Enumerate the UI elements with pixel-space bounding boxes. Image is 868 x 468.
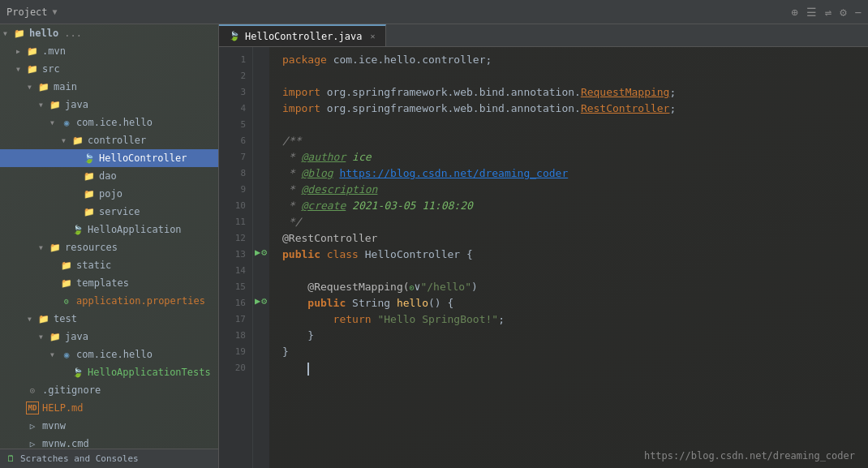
sidebar-item-java[interactable]: ▼ 📁 java (0, 96, 218, 114)
sidebar-item-dao[interactable]: 📁 dao (0, 167, 218, 185)
sidebar-item-java-test[interactable]: ▼ 📁 java (0, 328, 218, 346)
settings-icon[interactable]: ⚙ (840, 6, 846, 19)
test-arrow: ▼ (28, 316, 37, 323)
dao-label: dao (99, 170, 117, 182)
split-icon[interactable]: ⇌ (825, 6, 831, 19)
ln-5: 5 (219, 117, 252, 133)
ln-6: 6 (219, 133, 252, 149)
sidebar-item-hello-app[interactable]: 🍃 HelloApplication (0, 221, 218, 238)
sidebar-item-pkg-test[interactable]: ▼ ◉ com.ice.hello (0, 346, 218, 363)
java-arrow: ▼ (39, 101, 49, 109)
project-label[interactable]: Project (6, 6, 48, 18)
java2-label: java (65, 331, 88, 342)
sidebar-item-service[interactable]: 📁 service (0, 203, 218, 221)
mwc-icon: ▷ (26, 437, 39, 449)
ln-16: 16 (219, 295, 252, 311)
code-line-6: /** (282, 133, 855, 149)
ln-7: 7 (219, 149, 252, 165)
ln-17: 17 (219, 311, 252, 328)
sidebar-item-comicehello[interactable]: ▼ ◉ com.ice.hello (0, 114, 218, 131)
tab-label: HelloController.java (245, 31, 363, 42)
sidebar-item-src[interactable]: ▼ 📁 src (0, 60, 218, 78)
minimize-icon[interactable]: − (855, 6, 862, 19)
ha-spring-icon: 🍃 (71, 223, 84, 236)
sidebar-item-test[interactable]: ▼ 📁 test (0, 310, 218, 328)
editor-area: 🍃 HelloController.java ✕ 1 2 3 4 5 6 7 8… (219, 24, 868, 468)
main-arrow: ▼ (28, 84, 37, 91)
hm-label: HELP.md (42, 402, 84, 414)
pojo-icon: 📁 (83, 187, 96, 200)
mvn-label: .mvn (42, 45, 66, 57)
sidebar-item-controller[interactable]: ▼ 📁 controller (0, 131, 218, 149)
hc-spring-icon: 🍃 (83, 152, 96, 165)
code-line-1: package com.ice.hello.controller; (282, 52, 855, 68)
scratches-label: Scratches and Consoles (20, 453, 139, 464)
main-area: ▼ 📁 hello ... ▶ 📁 .mvn ▼ 📁 src ▼ 📁 main (0, 24, 868, 468)
package-icon: ◉ (60, 116, 73, 129)
sidebar-item-gitignore[interactable]: ⊙ .gitignore (0, 381, 218, 399)
sidebar-item-appprops[interactable]: ⚙ application.properties (0, 292, 218, 310)
code-line-8: * @blog https://blog.csdn.net/dreaming_c… (282, 165, 855, 182)
tab-hello-controller[interactable]: 🍃 HelloController.java ✕ (219, 24, 386, 46)
hm-icon: MD (26, 401, 39, 414)
code-line-19: } (282, 344, 855, 360)
sidebar-item-pojo[interactable]: 📁 pojo (0, 185, 218, 203)
sidebar: ▼ 📁 hello ... ▶ 📁 .mvn ▼ 📁 src ▼ 📁 main (0, 24, 219, 468)
code-lines[interactable]: package com.ice.hello.controller; import… (269, 47, 868, 468)
ln-4: 4 (219, 101, 252, 117)
sidebar-content[interactable]: ▼ 📁 hello ... ▶ 📁 .mvn ▼ 📁 src ▼ 📁 main (0, 24, 218, 449)
tmpl-label: templates (76, 277, 129, 289)
sidebar-item-mvn[interactable]: ▶ 📁 .mvn (0, 42, 218, 60)
gutter-run-13[interactable]: ▶ (255, 247, 260, 258)
editor-content[interactable]: 1 2 3 4 5 6 7 8 9 10 11 12 13 14 15 16 1… (219, 47, 868, 468)
gutter-bean-16[interactable]: ⚙ (261, 295, 267, 307)
code-line-2 (282, 68, 855, 84)
ln-15: 15 (219, 279, 252, 295)
ap-icon: ⚙ (60, 294, 73, 307)
title-bar: Project ▼ ⊕ ☰ ⇌ ⚙ − (0, 0, 868, 24)
ln-8: 8 (219, 165, 252, 182)
controller-icon: 📁 (71, 134, 84, 147)
sidebar-item-static[interactable]: 📁 static (0, 256, 218, 274)
code-line-7: * @author ice (282, 149, 855, 165)
java-label: java (65, 99, 88, 110)
src-arrow: ▼ (16, 66, 26, 73)
code-line-3: import org.springframework.web.bind.anno… (282, 84, 855, 101)
gutter-bean-13[interactable]: ⚙ (261, 247, 267, 258)
ap-label: application.properties (76, 295, 205, 307)
code-line-16: public String hello() { (282, 295, 855, 311)
svc-icon: 📁 (83, 205, 96, 218)
gutter-area: ▶ ⚙ ▶ ⚙ (253, 47, 269, 468)
gi-label: .gitignore (42, 384, 101, 396)
test-icon: 📁 (37, 312, 50, 325)
sidebar-item-app-tests[interactable]: 🍃 HelloApplicationTests (0, 363, 218, 381)
sidebar-item-main[interactable]: ▼ 📁 main (0, 78, 218, 96)
sidebar-item-resources[interactable]: ▼ 📁 resources (0, 238, 218, 256)
code-line-12: @RestController (282, 230, 855, 247)
ln-12: 12 (219, 230, 252, 247)
code-line-5 (282, 117, 855, 133)
code-line-20 (282, 360, 855, 376)
gutter-run-16[interactable]: ▶ (255, 295, 260, 307)
svc-label: service (99, 206, 140, 217)
java2-icon: 📁 (49, 330, 62, 343)
tabs-bar: 🍃 HelloController.java ✕ (219, 24, 868, 47)
scratches-footer[interactable]: 🗒 Scratches and Consoles (0, 449, 218, 468)
ln-9: 9 (219, 182, 252, 198)
mw-icon: ▷ (26, 419, 39, 432)
globe-icon[interactable]: ⊕ (791, 6, 797, 19)
tab-close-icon[interactable]: ✕ (371, 32, 376, 41)
sidebar-item-mvnwcmd[interactable]: ▷ mvnw.cmd (0, 435, 218, 449)
tree-root[interactable]: ▼ 📁 hello ... (0, 24, 218, 42)
pkg-arrow: ▼ (50, 119, 60, 127)
ln-19: 19 (219, 344, 252, 360)
list-icon[interactable]: ☰ (806, 6, 817, 19)
sidebar-item-templates[interactable]: 📁 templates (0, 274, 218, 292)
root-label: hello ... (29, 28, 82, 39)
sidebar-item-hello-controller[interactable]: 🍃 HelloController (0, 149, 218, 167)
sidebar-item-mvnw[interactable]: ▷ mvnw (0, 417, 218, 435)
sidebar-item-helpmd[interactable]: MD HELP.md (0, 399, 218, 417)
hc-label: HelloController (99, 152, 187, 164)
main-label: main (54, 81, 77, 92)
code-line-14 (282, 263, 855, 279)
